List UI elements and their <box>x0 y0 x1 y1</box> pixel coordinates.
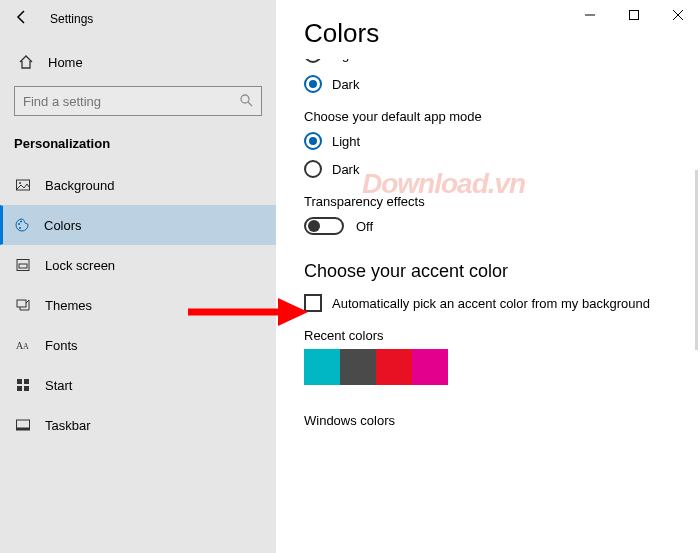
auto-accent-row[interactable]: Automatically pick an accent color from … <box>304 294 672 312</box>
transparency-label: Transparency effects <box>304 194 672 209</box>
fonts-icon: AA <box>15 337 31 353</box>
radio-windows-dark[interactable]: Dark <box>304 75 672 93</box>
sidebar-item-taskbar[interactable]: Taskbar <box>0 405 276 445</box>
sidebar-item-themes[interactable]: Themes <box>0 285 276 325</box>
home-icon <box>18 54 34 70</box>
svg-point-0 <box>241 95 249 103</box>
svg-rect-8 <box>19 264 27 268</box>
recent-colors-label: Recent colors <box>304 328 672 343</box>
svg-rect-17 <box>17 428 30 431</box>
window-controls <box>568 0 700 30</box>
themes-icon <box>15 297 31 313</box>
svg-rect-15 <box>24 386 29 391</box>
sidebar-item-fonts[interactable]: AA Fonts <box>0 325 276 365</box>
close-button[interactable] <box>656 0 700 30</box>
color-swatch[interactable] <box>376 349 412 385</box>
window-title: Settings <box>50 12 93 26</box>
svg-point-3 <box>19 182 21 184</box>
radio-label: Light <box>332 134 360 149</box>
radio-label: Light <box>332 59 360 62</box>
taskbar-icon <box>15 417 31 433</box>
svg-rect-13 <box>24 379 29 384</box>
auto-accent-label: Automatically pick an accent color from … <box>332 296 650 311</box>
checkbox-icon <box>304 294 322 312</box>
svg-point-5 <box>20 221 22 223</box>
svg-point-4 <box>18 223 20 225</box>
transparency-state: Off <box>356 219 373 234</box>
svg-rect-9 <box>17 300 26 307</box>
maximize-button[interactable] <box>612 0 656 30</box>
scrollbar[interactable] <box>695 170 698 350</box>
sidebar: Settings Home Personalization Background <box>0 0 276 553</box>
minimize-button[interactable] <box>568 0 612 30</box>
radio-label: Dark <box>332 77 359 92</box>
sidebar-item-label: Lock screen <box>45 258 115 273</box>
sidebar-item-label: Colors <box>44 218 82 233</box>
app-mode-label: Choose your default app mode <box>304 109 672 124</box>
transparency-toggle[interactable] <box>304 217 344 235</box>
radio-icon <box>304 75 322 93</box>
radio-app-dark[interactable]: Dark <box>304 160 672 178</box>
search-wrap <box>0 86 276 126</box>
search-input[interactable] <box>23 94 239 109</box>
content-pane: Colors Light Dark Choose your default ap… <box>276 0 700 553</box>
sidebar-item-colors[interactable]: Colors <box>0 205 276 245</box>
start-icon <box>15 377 31 393</box>
svg-text:A: A <box>23 342 29 351</box>
radio-icon <box>304 132 322 150</box>
sidebar-item-start[interactable]: Start <box>0 365 276 405</box>
recent-colors-swatches <box>304 349 672 385</box>
accent-heading: Choose your accent color <box>304 261 672 282</box>
radio-app-light[interactable]: Light <box>304 132 672 150</box>
category-label: Personalization <box>0 126 276 165</box>
search-box[interactable] <box>14 86 262 116</box>
color-swatch[interactable] <box>340 349 376 385</box>
lockscreen-icon <box>15 257 31 273</box>
svg-line-1 <box>248 102 252 106</box>
titlebar: Settings <box>0 0 276 38</box>
sidebar-item-label: Taskbar <box>45 418 91 433</box>
color-swatch[interactable] <box>304 349 340 385</box>
sidebar-item-label: Background <box>45 178 114 193</box>
svg-point-6 <box>19 227 21 229</box>
search-icon <box>239 93 253 110</box>
home-label: Home <box>48 55 83 70</box>
sidebar-item-label: Fonts <box>45 338 78 353</box>
nav: Background Colors Lock screen Themes AA … <box>0 165 276 445</box>
palette-icon <box>14 217 30 233</box>
sidebar-item-label: Start <box>45 378 72 393</box>
radio-icon <box>304 59 322 63</box>
transparency-row: Off <box>304 217 672 235</box>
radio-windows-light[interactable]: Light <box>304 59 672 63</box>
radio-label: Dark <box>332 162 359 177</box>
picture-icon <box>15 177 31 193</box>
sidebar-item-label: Themes <box>45 298 92 313</box>
back-button[interactable] <box>12 10 32 28</box>
home-nav[interactable]: Home <box>0 44 276 80</box>
sidebar-item-lockscreen[interactable]: Lock screen <box>0 245 276 285</box>
color-swatch[interactable] <box>412 349 448 385</box>
svg-rect-14 <box>17 386 22 391</box>
windows-colors-label: Windows colors <box>304 413 672 428</box>
svg-rect-19 <box>630 11 639 20</box>
clipped-option: Light <box>304 59 672 69</box>
radio-icon <box>304 160 322 178</box>
sidebar-item-background[interactable]: Background <box>0 165 276 205</box>
svg-rect-12 <box>17 379 22 384</box>
